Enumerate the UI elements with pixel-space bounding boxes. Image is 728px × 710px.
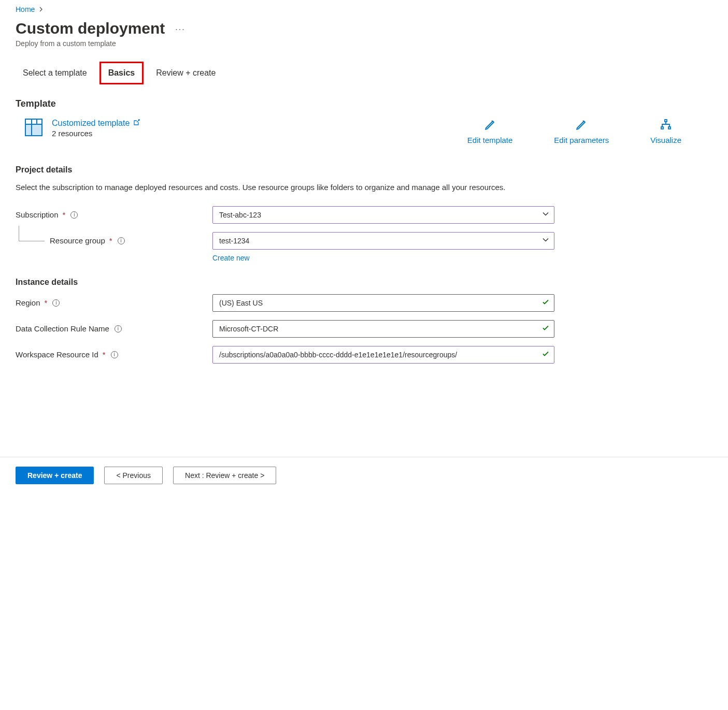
footer-bar: Review + create < Previous Next : Review… [0,457,728,494]
tab-select-template[interactable]: Select a template [21,63,89,83]
template-heading: Template [16,98,712,109]
connector-line [19,226,45,241]
info-icon[interactable]: i [115,325,122,332]
visualize-label: Visualize [650,136,681,144]
next-button[interactable]: Next : Review + create > [173,467,276,484]
review-create-button[interactable]: Review + create [16,467,94,484]
breadcrumb-home[interactable]: Home [16,5,35,13]
tab-basics[interactable]: Basics [99,62,144,84]
info-icon[interactable]: i [111,351,118,358]
pencil-icon [575,119,588,133]
create-new-link[interactable]: Create new [212,254,250,262]
info-icon[interactable]: i [118,237,125,244]
tab-review-create[interactable]: Review + create [154,63,218,83]
pencil-icon [484,119,496,133]
hierarchy-icon [660,119,672,133]
subscription-select[interactable]: Test-abc-123 [212,206,554,224]
dcr-name-input[interactable] [212,320,554,338]
page-subtitle: Deploy from a custom template [16,39,712,48]
edit-parameters-label: Edit parameters [554,136,609,144]
edit-parameters-button[interactable]: Edit parameters [554,119,609,144]
open-link-icon [133,119,140,128]
previous-button[interactable]: < Previous [104,467,163,484]
template-icon [25,119,42,138]
resource-group-label: Resource group* i [16,236,212,245]
workspace-id-input[interactable] [212,346,554,364]
check-icon [542,298,549,307]
instance-details-heading: Instance details [16,278,712,287]
check-icon [542,324,549,333]
customized-template-link[interactable]: Customized template [52,119,130,128]
svg-rect-7 [661,127,663,129]
svg-rect-2 [26,120,41,124]
page-title: Custom deployment [16,20,165,37]
project-details-heading: Project details [16,165,712,175]
chevron-right-icon [39,7,44,12]
edit-template-label: Edit template [467,136,513,144]
visualize-button[interactable]: Visualize [650,119,681,144]
info-icon[interactable]: i [70,211,78,219]
resource-group-select[interactable]: test-1234 [212,232,554,250]
project-details-description: Select the subscription to manage deploy… [16,182,534,194]
info-icon[interactable]: i [52,299,60,307]
region-label: Region* i [16,298,212,307]
edit-template-button[interactable]: Edit template [467,119,513,144]
subscription-label: Subscription* i [16,210,212,219]
breadcrumb: Home [16,5,712,13]
svg-rect-6 [665,120,667,122]
check-icon [542,350,549,359]
svg-rect-8 [668,127,670,129]
more-actions-button[interactable]: ··· [175,25,185,37]
workspace-id-label: Workspace Resource Id* i [16,350,212,359]
region-select[interactable]: (US) East US [212,294,554,312]
dcr-name-label: Data Collection Rule Name i [16,324,212,333]
resource-count: 2 resources [52,129,140,138]
tabs: Select a template Basics Review + create [21,63,712,83]
